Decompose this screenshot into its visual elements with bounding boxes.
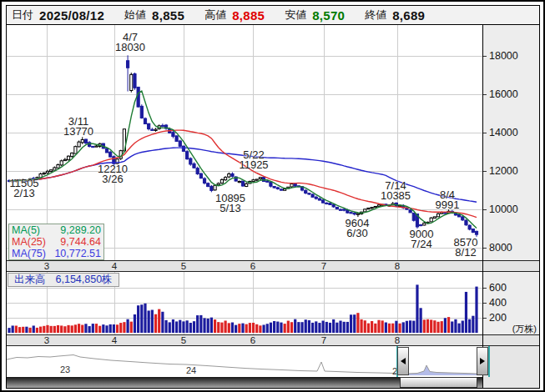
volume-tick-mark (483, 318, 487, 319)
annotation-4-7: 4/718030 (103, 33, 157, 52)
scrollbar-row (7, 377, 539, 388)
annotation-7-14: 7/1410385 (369, 181, 422, 200)
volume-chart-row: 出来高6,154,850株 600400200(万株) (7, 272, 539, 334)
month-label-3-top: 3 (37, 261, 57, 271)
open-field: 始値8,855 (124, 8, 184, 23)
month-label-4-bottom: 4 (104, 335, 124, 345)
right-triangle-icon (480, 358, 488, 364)
chart-window: 日付2025/08/12 始値8,855 高値8,885 安値8,570 終値8… (6, 5, 540, 389)
annotation-8-12: 85708/12 (439, 238, 492, 257)
annotation-5-22: 5/2211925 (227, 150, 280, 169)
month-label-8-bottom: 8 (387, 335, 407, 345)
price-tick-label-10000: 10000 (489, 204, 518, 215)
volume-label: 出来高 (14, 274, 46, 285)
ohlc-info-bar: 日付2025/08/12 始値8,855 高値8,885 安値8,570 終値8… (7, 6, 539, 25)
price-chart-plot[interactable]: MA(5)9,289.20 MA(25)9,744.64 MA(75)10,77… (7, 25, 482, 260)
price-tick-mark (483, 209, 487, 210)
price-tick-mark (483, 94, 487, 95)
low-label: 安値 (285, 8, 306, 23)
close-value: 8,689 (392, 8, 425, 23)
low-field: 安値8,570 (285, 8, 345, 23)
range-navigator[interactable]: 232425 (7, 346, 539, 377)
price-tick-label-12000: 12000 (489, 165, 518, 177)
ma75-value: 10,772.51 (54, 248, 101, 259)
year-label-24: 24 (186, 365, 196, 375)
annotation-3-11: 3/1113770 (52, 117, 105, 136)
price-tick-label-14000: 14000 (489, 127, 518, 138)
scrollbar-thumb[interactable] (400, 377, 477, 388)
open-label: 始値 (124, 8, 146, 23)
volume-axis: 600400200(万株) (482, 272, 539, 334)
navigator-svg (7, 346, 482, 377)
month-label-6-bottom: 6 (243, 335, 263, 345)
volume-value: 6,154,850株 (56, 274, 113, 285)
annotation-6-30: 96046/30 (331, 219, 384, 238)
volume-tick-label-400: 400 (489, 297, 507, 309)
price-tick-label-16000: 16000 (489, 88, 518, 100)
date-value: 2025/08/12 (39, 8, 104, 23)
month-label-5-bottom: 5 (174, 335, 194, 345)
nav-left-arrow-button[interactable] (397, 347, 409, 375)
date-label: 日付 (12, 8, 33, 23)
ma5-legend-row: MA(5)9,289.20 (9, 224, 103, 236)
annotation-5-13: 108955/13 (204, 193, 257, 213)
price-chart-row: MA(5)9,289.20 MA(25)9,744.64 MA(75)10,77… (7, 25, 539, 260)
month-label-4-top: 4 (104, 261, 124, 271)
volume-chart-plot[interactable]: 出来高6,154,850株 (7, 272, 482, 334)
year-label-23: 23 (60, 364, 70, 374)
volume-tick-label-200: 200 (489, 312, 507, 324)
volume-tick-label-600: 600 (489, 282, 507, 294)
annotation-2-13: 115052/13 (0, 178, 51, 198)
month-label-7-top: 7 (314, 261, 334, 271)
ma5-value: 9,289.20 (60, 224, 101, 236)
nav-right-arrow-button[interactable] (477, 347, 488, 375)
strip-divider (482, 260, 483, 272)
annotation-3-26: 122103/26 (86, 164, 139, 183)
scrollbar-track[interactable] (7, 377, 482, 388)
high-label: 高値 (204, 8, 226, 23)
price-axis: 18000160001400012000100008000 (482, 25, 539, 260)
high-field: 高値8,885 (204, 8, 265, 23)
volume-label-box: 出来高6,154,850株 (8, 273, 119, 287)
close-field: 終値8,689 (365, 8, 425, 23)
open-value: 8,855 (152, 8, 184, 23)
ma5-name: MA(5) (12, 224, 40, 236)
navigator-filler (482, 346, 539, 377)
month-label-3-bottom: 3 (37, 335, 57, 345)
ma75-legend-row: MA(75)10,772.51 (9, 248, 103, 259)
price-tick-mark (483, 133, 487, 133)
scrollbar-filler (482, 377, 539, 388)
month-axis-top: 345678 (7, 260, 539, 272)
ma75-name: MA(75) (12, 248, 46, 259)
month-label-5-top: 5 (174, 261, 194, 271)
ma25-value: 9,744.64 (60, 236, 101, 248)
selection-right-line (488, 346, 490, 377)
volume-tick-mark (483, 288, 487, 289)
ma-legend: MA(5)9,289.20 MA(25)9,744.64 MA(75)10,77… (8, 224, 104, 260)
annotation-8-4: 8/49991 (421, 190, 474, 209)
stock-chart-app: 日付2025/08/12 始値8,855 高値8,885 安値8,570 終値8… (0, 0, 545, 392)
high-value: 8,885 (232, 8, 265, 23)
price-tick-label-8000: 8000 (489, 242, 512, 254)
left-triangle-icon (397, 358, 406, 364)
month-label-8-top: 8 (387, 261, 407, 271)
price-tick-mark (483, 56, 487, 57)
strip-divider (482, 334, 483, 346)
volume-unit-label: (万株) (512, 323, 537, 335)
month-axis-bottom: 345678 (7, 334, 539, 346)
ma25-legend-row: MA(25)9,744.64 (9, 236, 103, 248)
low-value: 8,570 (312, 8, 345, 23)
month-label-6-top: 6 (243, 261, 263, 271)
volume-tick-mark (483, 303, 487, 304)
date-field: 日付2025/08/12 (12, 8, 104, 23)
ma25-name: MA(25) (12, 236, 46, 248)
price-tick-label-18000: 18000 (489, 50, 518, 62)
close-label: 終値 (365, 8, 386, 23)
price-tick-mark (483, 171, 487, 172)
month-label-7-bottom: 7 (314, 335, 334, 345)
